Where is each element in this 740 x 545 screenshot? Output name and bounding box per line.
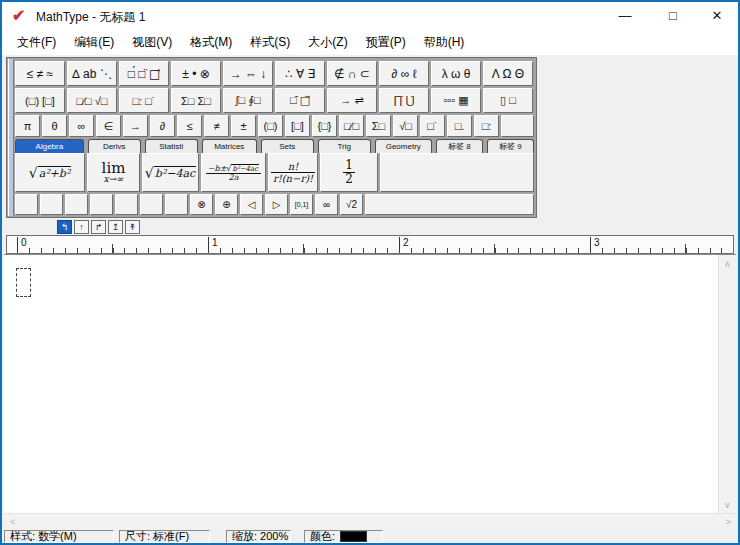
template-sqrt-discriminant-button[interactable]: √ b²−4ac: [142, 153, 199, 192]
scroll-down-icon[interactable]: ∨: [724, 501, 731, 510]
status-style-field[interactable]: 样式: 数学(M): [4, 530, 114, 543]
template-sum-button[interactable]: Σ□: [366, 115, 391, 137]
symbol-infinity-button[interactable]: ∞: [69, 115, 94, 137]
tab-trig[interactable]: Trig: [318, 139, 371, 153]
empty-slot-button[interactable]: [115, 194, 138, 215]
maximize-button[interactable]: □: [656, 2, 690, 30]
palette-logic-button[interactable]: ∴ ∀ ∃: [275, 61, 325, 86]
triangle-left-button[interactable]: ◁: [240, 194, 263, 215]
tab-label-9[interactable]: 标签 9: [487, 139, 534, 153]
circle-plus-button[interactable]: ⊕: [215, 194, 238, 215]
palette-overbar-vector-button[interactable]: □̄ □⃗: [275, 88, 325, 113]
palette-labeled-arrows-button[interactable]: → ⇌: [327, 88, 377, 113]
symbol-theta-button[interactable]: θ: [42, 115, 67, 137]
palette-greek-lower-button[interactable]: λ ω θ: [431, 61, 481, 86]
palette-matrix-button[interactable]: ▫▫▫ ▦: [431, 88, 481, 113]
equation-canvas[interactable]: ∧ ∨ < >: [4, 254, 736, 531]
empty-slot-button[interactable]: [165, 194, 188, 215]
symbol-right-arrow-button[interactable]: →: [123, 115, 148, 137]
symbol-plus-minus-button[interactable]: ±: [231, 115, 256, 137]
scroll-up-icon[interactable]: ∧: [724, 260, 731, 269]
status-zoom-field[interactable]: 缩放: 200%: [226, 530, 291, 543]
toolbar-grip[interactable]: [8, 59, 14, 216]
triangle-right-button[interactable]: ▷: [265, 194, 288, 215]
menu-preferences[interactable]: 预置(P): [357, 31, 415, 54]
template-subscript-button[interactable]: □.: [447, 115, 472, 137]
template-radical-button[interactable]: √□: [393, 115, 418, 137]
template-brackets-button[interactable]: [□]: [285, 115, 310, 137]
status-color-field[interactable]: 颜色:: [304, 530, 383, 543]
interval-01-button[interactable]: [0,1]: [290, 194, 313, 215]
status-size-field[interactable]: 尺寸: 标准(F): [119, 530, 210, 543]
palette-operators-button[interactable]: ± • ⊗: [171, 61, 221, 86]
template-superscript-button[interactable]: □˙: [420, 115, 445, 137]
symbol-leq-button[interactable]: ≤: [177, 115, 202, 137]
infinity-small-button[interactable]: ∞: [315, 194, 338, 215]
empty-slot-button[interactable]: [40, 194, 63, 215]
template-quadratic-formula-button[interactable]: −b±√b²−4ac 2a: [201, 153, 266, 192]
menu-format[interactable]: 格式(M): [181, 31, 241, 54]
palette-boxes-button[interactable]: ▯ □: [483, 88, 533, 113]
close-button[interactable]: ✕: [700, 2, 734, 30]
mini-arrow-button-1[interactable]: ↰: [57, 220, 72, 234]
tab-matrices[interactable]: Matrices: [202, 139, 257, 153]
insertion-slot[interactable]: [16, 268, 31, 297]
template-parentheses-button[interactable]: (□): [258, 115, 283, 137]
palette-misc-symbols-button[interactable]: ∂ ∞ ℓ: [379, 61, 429, 86]
palette-relational-button[interactable]: ≤ ≠ ≈: [15, 61, 65, 86]
template-row-empty-area: [380, 153, 534, 192]
template-supsub-button[interactable]: □:: [474, 115, 499, 137]
symbol-partial-button[interactable]: ∂: [150, 115, 175, 137]
scroll-right-icon[interactable]: >: [726, 518, 731, 527]
palette-set-theory-button[interactable]: ∉ ∩ ⊂: [327, 61, 377, 86]
palette-spaces-ellipses-button[interactable]: ∆ ab ⋱: [67, 61, 117, 86]
mini-arrow-button-2[interactable]: ↑: [74, 220, 89, 234]
binomial-denominator: r!(n−r)!: [271, 173, 315, 184]
template-fraction-button[interactable]: □∕□: [339, 115, 364, 137]
mini-arrow-button-4[interactable]: ↥: [108, 220, 123, 234]
symbol-neq-button[interactable]: ≠: [204, 115, 229, 137]
menu-help[interactable]: 帮助(H): [415, 31, 474, 54]
circle-times-button[interactable]: ⊗: [190, 194, 213, 215]
template-limit-button[interactable]: lim x→∞: [87, 153, 140, 192]
template-one-half-button[interactable]: 1 2: [320, 153, 378, 192]
palette-product-union-button[interactable]: ∏̇ ⋃̇: [379, 88, 429, 113]
palette-subscript-superscript-button[interactable]: □: □˙: [119, 88, 169, 113]
palette-embellishments-button[interactable]: □́ □̈ □⃗: [119, 61, 169, 86]
tab-statistics[interactable]: Statisti: [145, 139, 198, 153]
tab-label-8[interactable]: 标签 8: [436, 139, 483, 153]
limit-expression: lim x→∞: [102, 161, 126, 184]
quadratic-expression: −b±√b²−4ac 2a: [206, 164, 261, 182]
menu-edit[interactable]: 编辑(E): [65, 31, 123, 54]
palette-integral-button[interactable]: ∫□ ∮□: [223, 88, 273, 113]
scroll-left-icon[interactable]: <: [10, 518, 15, 527]
empty-slot-button[interactable]: [65, 194, 88, 215]
palette-fences-button[interactable]: (□) [□]: [15, 88, 65, 113]
menu-file[interactable]: 文件(F): [8, 31, 65, 54]
tab-geometry[interactable]: Geometry: [375, 139, 432, 153]
tab-algebra[interactable]: Algebra: [15, 139, 84, 153]
template-sqrt-a2-b2-button[interactable]: √ a²+b²: [15, 153, 85, 192]
template-binomial-button[interactable]: n! r!(n−r)!: [268, 153, 318, 192]
vertical-scrollbar[interactable]: ∧ ∨: [718, 255, 736, 514]
palette-greek-upper-button[interactable]: Λ Ω Θ: [483, 61, 533, 86]
palette-fraction-radical-button[interactable]: □∕□ √□: [67, 88, 117, 113]
minimize-button[interactable]: —: [608, 2, 642, 30]
mini-arrow-button-3[interactable]: ↱: [91, 220, 106, 234]
symbol-element-of-button[interactable]: ∈: [96, 115, 121, 137]
status-bar: 样式: 数学(M) 尺寸: 标准(F) 缩放: 200% 颜色:: [2, 529, 738, 543]
palette-summation-button[interactable]: Σ□ Σ□: [171, 88, 221, 113]
palette-arrows-button[interactable]: → ⇔ ↓: [223, 61, 273, 86]
menu-style[interactable]: 样式(S): [241, 31, 299, 54]
symbol-pi-button[interactable]: π: [15, 115, 40, 137]
empty-slot-button[interactable]: [90, 194, 113, 215]
tab-derivs[interactable]: Derivs: [88, 139, 141, 153]
menu-size[interactable]: 大小(Z): [299, 31, 356, 54]
sqrt2-button[interactable]: √2: [340, 194, 363, 215]
menu-view[interactable]: 视图(V): [123, 31, 181, 54]
template-braces-button[interactable]: {□}: [312, 115, 337, 137]
mini-arrow-button-5[interactable]: ↟: [125, 220, 140, 234]
empty-slot-button[interactable]: [15, 194, 38, 215]
tab-sets[interactable]: Sets: [261, 139, 314, 153]
empty-slot-button[interactable]: [140, 194, 163, 215]
